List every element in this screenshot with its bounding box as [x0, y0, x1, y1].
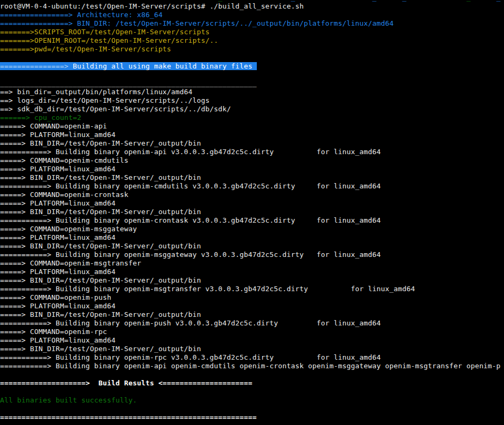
openim-root-line: =======>OPENIM_ROOT=/test/Open-IM-Server… — [0, 36, 504, 45]
terminal-text: =====> BIN_DIR=/test/Open-IM-Server/_out… — [0, 310, 201, 318]
terminal-line — [0, 405, 504, 413]
terminal-text: =====> PLATFORM=linux_amd64 — [0, 165, 116, 173]
cpu-count-line: ======> cpu_count=2 — [0, 113, 504, 122]
terminal-text — [407, 0, 467, 2]
terminal-line: ==> bin_dir=_output/bin/platforms/linux/… — [0, 88, 504, 96]
terminal-line: =====> PLATFORM=linux_amd64 — [0, 302, 504, 310]
terminal-text: =====> COMMAND=openim-push — [0, 293, 111, 301]
terminal-text: =======>SCRIPTS_ROOT=/test/Open-IM-Serve… — [0, 28, 210, 36]
terminal-line: =====> COMMAND=openim-cmdutils — [0, 156, 504, 165]
pwd-line: =======>pwd=/test/Open-IM-Server/scripts — [0, 45, 504, 54]
terminal-line: ===========> Building binary openim-push… — [0, 319, 504, 328]
terminal-line: =====> PLATFORM=linux_amd64 — [0, 336, 504, 345]
terminal-text: =====> COMMAND=openim-cmdutils — [0, 156, 128, 164]
terminal-text: All binaries built successfully. — [0, 396, 137, 404]
terminal-line: ===========> Building binary openim-cmdu… — [0, 182, 504, 191]
terminal-text: ==> sdk_db_dir=/test/Open-IM-Server/scri… — [0, 105, 231, 113]
terminal-line: =====> COMMAND=openim-push — [0, 293, 504, 302]
terminal-line: =====> BIN_DIR=/test/Open-IM-Server/_out… — [0, 276, 504, 285]
terminal-text: ===========> Building binary openim-msgg… — [0, 251, 381, 259]
terminal-text: =====> COMMAND=openim-rpc — [0, 328, 107, 336]
terminal-text: =====> BIN_DIR=/test/Open-IM-Server/_out… — [0, 173, 201, 181]
terminal-text: ==> logs_dir=/test/Open-IM-Server/script… — [0, 96, 210, 104]
terminal-text: =====> COMMAND=openim-msggateway — [0, 225, 137, 233]
terminal-line: =====> BIN_DIR=/test/Open-IM-Server/_out… — [0, 139, 504, 148]
highlight-row: ===============> Building all using make… — [0, 62, 504, 71]
terminal-text: =====> BIN_DIR=/test/Open-IM-Server/_out… — [0, 242, 201, 250]
terminal-window[interactable]: _ _ _ _ _ _root@VM-0-4-ubuntu:/test/Open… — [0, 0, 504, 425]
terminal-line: ==> sdk_db_dir=/test/Open-IM-Server/scri… — [0, 105, 504, 113]
terminal-text: _ — [372, 0, 377, 2]
architecture-line: ================> Architecture: x86_64 — [0, 11, 504, 19]
terminal-text: =====> PLATFORM=linux_amd64 — [0, 199, 116, 207]
terminal-text — [471, 0, 497, 2]
terminal-text: ===============> — [0, 62, 73, 70]
terminal-text: ===========> Building binary openim-cron… — [0, 216, 381, 224]
terminal-text — [295, 0, 372, 2]
terminal-text: _ — [291, 0, 295, 2]
terminal-text: ==> bin_dir=_output/bin/platforms/linux/… — [0, 88, 193, 96]
terminal-text: _ — [497, 0, 501, 2]
terminal-text: ________________________________________… — [0, 79, 257, 87]
terminal-text: ======> cpu_count=2 — [0, 113, 81, 122]
terminal-text — [0, 0, 218, 2]
terminal-text: _ — [467, 0, 471, 2]
terminal-text: ================> Architecture: x86_64 — [0, 11, 163, 19]
separator-line: ========================================… — [0, 413, 504, 422]
terminal-line — [0, 388, 504, 396]
build-all-binaries-line: ===========> Building binary openim-api … — [0, 362, 504, 370]
terminal-line: ==> logs_dir=/test/Open-IM-Server/script… — [0, 96, 504, 105]
terminal-line: =====> COMMAND=openim-api — [0, 122, 504, 131]
terminal-text: ===========> Building binary openim-rpc … — [0, 353, 381, 361]
terminal-line: =====> COMMAND=openim-msgtransfer — [0, 259, 504, 268]
shell-prompt-line: root@VM-0-4-ubuntu:/test/Open-IM-Server/… — [0, 2, 504, 11]
terminal-line: ===========> Building binary openim-cron… — [0, 216, 504, 225]
terminal-text: _ — [218, 0, 223, 2]
terminal-line: =====> PLATFORM=linux_amd64 — [0, 165, 504, 173]
terminal-line: =====> PLATFORM=linux_amd64 — [0, 131, 504, 139]
underscore-separator: ________________________________________… — [0, 79, 504, 88]
terminal-text: ===========> Building binary openim-cmdu… — [0, 182, 381, 190]
build-banner-highlight: ===============> Building all using make… — [0, 62, 257, 71]
scripts-root-line: =======>SCRIPTS_ROOT=/test/Open-IM-Serve… — [0, 28, 504, 36]
terminal-line: =====> PLATFORM=linux_amd64 — [0, 199, 504, 208]
terminal-line: =====> BIN_DIR=/test/Open-IM-Server/_out… — [0, 208, 504, 216]
terminal-text: =====> BIN_DIR=/test/Open-IM-Server/_out… — [0, 345, 201, 353]
terminal-line: ===========> Building binary openim-rpc … — [0, 353, 504, 362]
terminal-text: =====> PLATFORM=linux_amd64 — [0, 131, 116, 139]
terminal-text: ===========> Building binary openim-push… — [0, 319, 381, 327]
terminal-text: ===========> Building binary openim-api … — [0, 148, 381, 156]
terminal-line: =====> COMMAND=openim-msggateway — [0, 225, 504, 233]
terminal-line: =====> BIN_DIR=/test/Open-IM-Server/_out… — [0, 242, 504, 251]
terminal-text: =====> PLATFORM=linux_amd64 — [0, 233, 116, 241]
terminal-text: =====> COMMAND=openim-crontask — [0, 191, 128, 199]
terminal-text: ===========> Building binary openim-msgt… — [0, 285, 415, 293]
terminal-line — [0, 370, 504, 379]
terminal-text: ========================================… — [0, 413, 257, 421]
terminal-line: =====> COMMAND=openim-crontask — [0, 191, 504, 199]
terminal-line: =====> COMMAND=openim-rpc — [0, 328, 504, 336]
terminal-text — [377, 0, 402, 2]
terminal-text: =======>OPENIM_ROOT=/test/Open-IM-Server… — [0, 36, 218, 44]
terminal-line: =====> BIN_DIR=/test/Open-IM-Server/_out… — [0, 345, 504, 353]
terminal-line: ===========> Building binary openim-api … — [0, 148, 504, 156]
build-results-header: ====================> Build Results <===… — [0, 379, 504, 388]
terminal-text: ===========> Building binary openim-api … — [0, 362, 501, 370]
terminal-text: =====> BIN_DIR=/test/Open-IM-Server/_out… — [0, 276, 201, 284]
terminal-text: root@VM-0-4-ubuntu:/test/Open-IM-Server/… — [0, 2, 304, 10]
terminal-line: =====> PLATFORM=linux_amd64 — [0, 268, 504, 276]
terminal-line — [0, 71, 504, 79]
terminal-text: Building all using make build binary fil… — [73, 62, 257, 70]
terminal-text: =====> COMMAND=openim-msgtransfer — [0, 259, 141, 267]
terminal-text — [223, 0, 291, 2]
terminal-text: _ — [402, 0, 407, 2]
bin-dir-line: ================> BIN_DIR: /test/Open-IM… — [0, 19, 504, 28]
terminal-text: =====> COMMAND=openim-api — [0, 122, 107, 130]
build-success-message: All binaries built successfully. — [0, 396, 504, 405]
terminal-text: =====> PLATFORM=linux_amd64 — [0, 336, 116, 344]
terminal-line — [0, 54, 504, 62]
terminal-line: ===========> Building binary openim-msgt… — [0, 285, 504, 293]
terminal-text: =====> PLATFORM=linux_amd64 — [0, 302, 116, 310]
terminal-line: =====> BIN_DIR=/test/Open-IM-Server/_out… — [0, 173, 504, 182]
terminal-line: ===========> Building binary openim-msgg… — [0, 251, 504, 259]
